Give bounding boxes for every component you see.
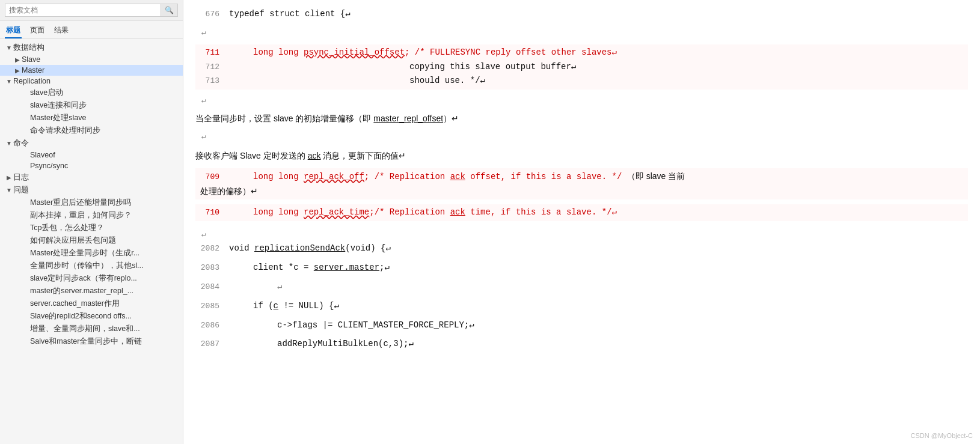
- code-comment: should use. */↵: [409, 74, 485, 88]
- paragraph-1: 当全量同步时，设置 slave 的初始增量偏移（即 master_repl_of…: [195, 111, 968, 126]
- tree-node-issue12[interactable]: Salve和master全量同步中，断链: [0, 335, 183, 348]
- code-text: if (c != NULL) {↵: [253, 299, 339, 314]
- tab-title[interactable]: 标题: [5, 23, 22, 38]
- tree-node-slaveof[interactable]: Slaveof: [0, 150, 183, 160]
- tree-node-master-slave[interactable]: Master处理slave: [0, 112, 183, 124]
- search-icon: 🔍: [165, 6, 174, 14]
- tree-label: 副本挂掉，重启，如何同步？: [30, 210, 183, 220]
- code-keyword: long long: [253, 172, 304, 181]
- code-line-713: 713 should use. */↵: [195, 74, 968, 88]
- tree-node-issue3[interactable]: Tcp丢包，怎么处理？: [0, 222, 183, 234]
- code-punct: ;: [405, 47, 415, 57]
- tree-area: ▼ 数据结构 ▶ Slave ▶ Master ▼ Replication sl…: [0, 39, 183, 444]
- underline-text: ack: [308, 151, 321, 160]
- code-comment: /* Replication ack time, if this is a sl…: [375, 207, 617, 217]
- expand-arrow: ▼: [5, 140, 13, 147]
- tree-label: 命令: [13, 138, 183, 148]
- line-number: 2085: [195, 300, 219, 313]
- note-text: （即 slave 当前: [627, 171, 685, 181]
- line-number: 710: [195, 206, 219, 219]
- tree-label: Tcp丢包，怎么处理？: [30, 223, 183, 233]
- paragraph-block-1: ↵ 当全量同步时，设置 slave 的初始增量偏移（即 master_repl_…: [195, 94, 968, 143]
- tree-node-issue4[interactable]: 如何解决应用层丢包问题: [0, 234, 183, 247]
- code-line-2085: 2085 if (c != NULL) {↵: [195, 299, 968, 314]
- code-text: addReplyMultiBulkLen(c,3);↵: [277, 337, 414, 351]
- tree-label: Master处理全量同步时（生成r...: [30, 248, 183, 258]
- code-line-2082: 2082 void replicationSendAck(void) {↵: [195, 242, 968, 256]
- tab-results[interactable]: 结果: [53, 23, 70, 38]
- expand-arrow: ▼: [5, 78, 13, 85]
- left-panel: 🔍 标题 页面 结果 ▼ 数据结构 ▶ Slave ▶ Master ▼ Rep…: [0, 0, 183, 444]
- tree-label: 增量、全量同步期间，slave和...: [30, 324, 183, 334]
- tree-label: Psync/sync: [30, 162, 183, 170]
- tree-node-issue9[interactable]: server.cached_master作用: [0, 297, 183, 310]
- tree-node-issue5[interactable]: Master处理全量同步时（生成r...: [0, 247, 183, 260]
- tree-label: Salve和master全量同步中，断链: [30, 336, 183, 347]
- tree-label: server.cached_master作用: [30, 299, 183, 309]
- code-text: long long psync_initial_offset; /* FULLR…: [253, 46, 617, 60]
- tree-node-commands[interactable]: ▼ 命令: [0, 137, 183, 150]
- line-number: 2084: [195, 281, 219, 294]
- code-block-2085: 2085 if (c != NULL) {↵: [195, 299, 968, 314]
- search-button[interactable]: 🔍: [161, 4, 178, 17]
- code-block-2087: 2087 addReplyMultiBulkLen(c,3);↵: [195, 337, 968, 351]
- code-comment: /* FULLRESYNC reply offset other slaves: [415, 47, 612, 57]
- expand-arrow: ▼: [5, 187, 13, 193]
- code-block-2084: 2084 ↵: [195, 280, 968, 294]
- code-block-676: 676 typedef struct client {↵ ↵: [195, 7, 968, 40]
- code-keyword: long long: [253, 207, 304, 217]
- tree-node-logs[interactable]: ▶ 日志: [0, 171, 183, 184]
- tree-node-issue1[interactable]: Master重启后还能增量同步吗: [0, 196, 183, 209]
- code-block-709: 709 long long repl_ack_off; /* Replicati…: [195, 168, 968, 200]
- code-punct: ;: [364, 172, 369, 181]
- line-number: 713: [195, 75, 219, 88]
- code-line-2086: 2086 c->flags |= CLIENT_MASTER_FORCE_REP…: [195, 318, 968, 333]
- expand-arrow: ▼: [5, 44, 13, 51]
- paragraph-2: 接收客户端 Slave 定时发送的 ack 消息，更新下面的值↵: [195, 148, 968, 163]
- tree-node-datastructure[interactable]: ▼ 数据结构: [0, 41, 183, 54]
- tree-node-master[interactable]: ▶ Master: [0, 65, 183, 76]
- expand-arrow: ▶: [5, 174, 13, 181]
- tree-label: slave连接和同步: [30, 100, 183, 111]
- tab-page[interactable]: 页面: [29, 23, 46, 38]
- tree-node-cmd-sync[interactable]: 命令请求处理时同步: [0, 124, 183, 137]
- code-punct: ;: [369, 207, 374, 217]
- search-bar: 🔍: [0, 0, 183, 21]
- tree-label: slave启动: [30, 88, 183, 98]
- tree-node-replication[interactable]: ▼ Replication: [0, 76, 183, 87]
- tree-node-issue10[interactable]: Slave的replid2和second offs...: [0, 310, 183, 323]
- code-keyword: long long: [253, 47, 304, 57]
- search-input[interactable]: [5, 4, 161, 17]
- code-identifier: repl_ack_time: [304, 207, 369, 217]
- continuation-text: 处理的偏移）↵: [195, 184, 968, 199]
- expand-arrow: ▶: [13, 67, 22, 74]
- code-line-2084: 2084 ↵: [195, 280, 968, 294]
- tree-node-issue11[interactable]: 增量、全量同步期间，slave和...: [0, 323, 183, 335]
- expand-arrow: ▶: [13, 56, 22, 63]
- tree-node-issue7[interactable]: slave定时同步ack（带有replo...: [0, 272, 183, 285]
- tree-node-issue8[interactable]: master的server.master_repl_...: [0, 285, 183, 297]
- code-text: ↵: [277, 280, 282, 294]
- tree-node-psync[interactable]: Psync/sync: [0, 160, 183, 171]
- code-text: client *c = server.master;↵: [253, 261, 390, 275]
- tree-label: 如何解决应用层丢包问题: [30, 236, 183, 246]
- code-block-2083: 2083 client *c = server.master;↵: [195, 261, 968, 275]
- tree-node-issue6[interactable]: 全量同步时（传输中），其他sl...: [0, 260, 183, 272]
- line-number: 676: [195, 8, 219, 21]
- code-line-676: 676 typedef struct client {↵: [195, 7, 968, 22]
- code-text: void replicationSendAck(void) {↵: [229, 242, 391, 256]
- tree-label: Master重启后还能增量同步吗: [30, 198, 183, 208]
- line-number: 712: [195, 61, 219, 74]
- tree-node-slave-start[interactable]: slave启动: [0, 87, 183, 99]
- tree-node-issues[interactable]: ▼ 问题: [0, 184, 183, 196]
- tree-label: Master: [22, 66, 183, 75]
- tree-label: Master处理slave: [30, 113, 183, 123]
- code-comment: /* Replication ack offset, if this is a …: [375, 172, 622, 181]
- tree-label: Replication: [13, 77, 183, 85]
- tree-node-slave-connect[interactable]: slave连接和同步: [0, 99, 183, 112]
- code-block-711-713: 711 long long psync_initial_offset; /* F…: [195, 44, 968, 90]
- tree-node-issue2[interactable]: 副本挂掉，重启，如何同步？: [0, 209, 183, 222]
- tree-label: 日志: [13, 172, 183, 183]
- tree-label: Slave: [22, 55, 183, 64]
- tree-node-slave[interactable]: ▶ Slave: [0, 54, 183, 65]
